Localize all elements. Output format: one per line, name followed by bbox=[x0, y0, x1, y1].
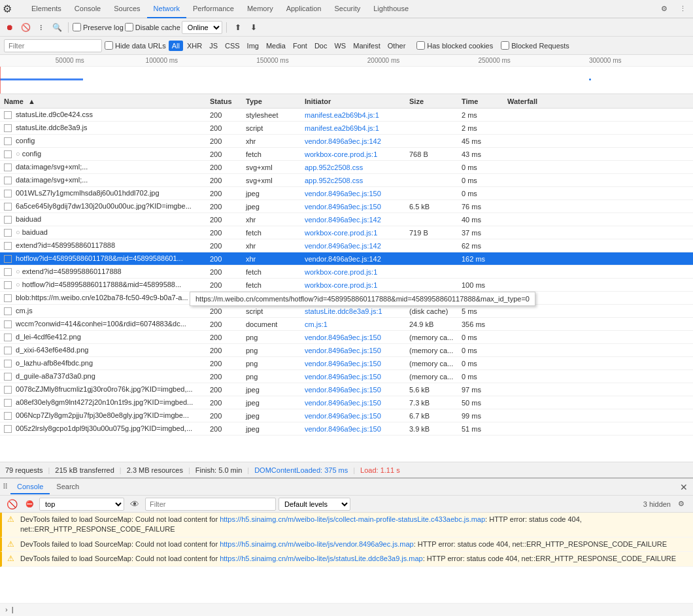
header-status[interactable]: Status bbox=[206, 97, 242, 105]
bottom-drag-handle[interactable]: ⠿ bbox=[3, 483, 8, 491]
disable-cache-label: Disable cache bbox=[125, 23, 180, 31]
table-row[interactable]: d_guile-a8a737d3a0.png 200 png vendor.84… bbox=[0, 370, 693, 383]
header-time[interactable]: Time bbox=[458, 97, 503, 105]
more-options-icon[interactable]: ⋮ bbox=[675, 1, 690, 17]
tab-performance[interactable]: Performance bbox=[186, 0, 241, 18]
source-map-link[interactable]: https://h5.sinaimg.cn/m/weibo-lite/js/st… bbox=[220, 555, 423, 562]
context-select[interactable]: top bbox=[39, 498, 124, 511]
filter-type-img[interactable]: Img bbox=[244, 41, 262, 51]
row-size: (memory ca... bbox=[405, 360, 458, 368]
row-size: 6.5 kB bbox=[405, 203, 458, 211]
console-clear-button[interactable]: 🚫 bbox=[4, 496, 20, 512]
export-har-button[interactable]: ⬇ bbox=[246, 20, 261, 35]
row-initiator: vendor.8496a9ec.js:150 bbox=[301, 190, 405, 197]
table-row[interactable]: o_lazhu-afb8e4fbdc.png 200 png vendor.84… bbox=[0, 357, 693, 370]
bottom-close-button[interactable]: ✕ bbox=[677, 482, 690, 492]
filter-type-css[interactable]: CSS bbox=[222, 41, 243, 51]
filter-input[interactable] bbox=[4, 39, 102, 52]
table-row[interactable]: a08ef30ely8gm9lnt4272j20n10n1t9s.jpg?KID… bbox=[0, 396, 693, 409]
filter-type-manifest[interactable]: Manifest bbox=[350, 41, 384, 51]
table-row[interactable]: wccm?conwid=414&conhei=100&rdid=6074883&… bbox=[0, 318, 693, 331]
table-scroll-area[interactable]: statusLite.d9c0e424.css 200 stylesheet m… bbox=[0, 109, 693, 462]
table-row[interactable]: ○extend?id=4589958860117888 200 fetch wo… bbox=[0, 265, 693, 279]
search-button[interactable]: 🔍 bbox=[50, 20, 64, 35]
disable-cache-checkbox[interactable] bbox=[125, 23, 133, 31]
filter-type-font[interactable]: Font bbox=[290, 41, 311, 51]
hide-data-urls-checkbox[interactable] bbox=[105, 41, 113, 50]
has-blocked-cookies-checkbox[interactable] bbox=[416, 41, 425, 50]
tab-elements[interactable]: Elements bbox=[25, 0, 68, 18]
filter-type-doc[interactable]: Doc bbox=[311, 41, 331, 51]
table-row[interactable]: cm.js 200 script statusLite.ddc8e3a9.js:… bbox=[0, 305, 693, 318]
tab-lighthouse[interactable]: Lighthouse bbox=[367, 0, 415, 18]
table-row[interactable]: 001WLsZ7ly1gmcmlhsda8j60u01hddl702.jpg 2… bbox=[0, 187, 693, 200]
tab-sources[interactable]: Sources bbox=[107, 0, 146, 18]
row-time: 0 ms bbox=[458, 360, 503, 368]
filter-type-js[interactable]: JS bbox=[206, 41, 221, 51]
table-row[interactable]: statusLite.d9c0e424.css 200 stylesheet m… bbox=[0, 109, 693, 122]
table-row[interactable]: ○baiduad 200 fetch workbox-core.prod.js:… bbox=[0, 226, 693, 239]
table-row[interactable]: extend?id=4589958860117888 200 xhr vendo… bbox=[0, 239, 693, 252]
filter-type-media[interactable]: Media bbox=[263, 41, 289, 51]
table-row[interactable]: 006Ncp7Zly8gm2pjju7fpj30e80e8gly.jpg?KID… bbox=[0, 409, 693, 422]
table-row[interactable]: 005z2lrsly8gcpo1dpl9tj30u00u075g.jpg?KID… bbox=[0, 422, 693, 436]
tab-application[interactable]: Application bbox=[280, 0, 328, 18]
header-size[interactable]: Size bbox=[405, 97, 458, 105]
separator2 bbox=[226, 22, 227, 33]
table-row[interactable]: config 200 xhr vendor.8496a9ec.js:142 45… bbox=[0, 135, 693, 148]
row-type: fetch bbox=[242, 229, 301, 237]
console-filter-input[interactable] bbox=[145, 498, 276, 511]
table-row[interactable]: d_xixi-643ef6e48d.png 200 png vendor.849… bbox=[0, 344, 693, 357]
table-row[interactable]: baiduad 200 xhr vendor.8496a9ec.js:142 4… bbox=[0, 213, 693, 226]
show-live-button[interactable]: 👁 bbox=[127, 496, 143, 512]
table-row[interactable]: d_lei-4cdf6e412.png 200 png vendor.8496a… bbox=[0, 331, 693, 344]
table-row[interactable]: statusLite.ddc8e3a9.js 200 script manife… bbox=[0, 122, 693, 135]
source-map-link[interactable]: https://h5.sinaimg.cn/m/weibo-lite/js/ve… bbox=[220, 540, 414, 548]
console-settings-icon[interactable]: ⚙ bbox=[673, 496, 689, 512]
filter-type-xhr[interactable]: XHR bbox=[184, 41, 205, 51]
clear-button[interactable]: 🚫 bbox=[18, 20, 33, 35]
filter-type-ws[interactable]: WS bbox=[331, 41, 349, 51]
bottom-tab-console[interactable]: Console bbox=[10, 480, 50, 494]
throttle-select[interactable]: Online bbox=[182, 21, 222, 34]
filter-button[interactable]: ⫶ bbox=[34, 20, 48, 35]
tab-security[interactable]: Security bbox=[328, 0, 367, 18]
row-size: 3.9 kB bbox=[405, 425, 458, 433]
tab-memory[interactable]: Memory bbox=[241, 0, 280, 18]
row-initiator: vendor.8496a9ec.js:150 bbox=[301, 425, 405, 433]
table-row[interactable]: 0078cZJMly8frucmliz1gj30ro0ro76k.jpg?KID… bbox=[0, 383, 693, 396]
settings-icon[interactable]: ⚙ bbox=[656, 1, 672, 17]
row-type: xhr bbox=[242, 242, 301, 250]
bottom-tab-search[interactable]: Search bbox=[50, 480, 86, 494]
header-name[interactable]: Name ▲ bbox=[0, 97, 206, 105]
load-time[interactable]: Load: 1.11 s bbox=[360, 466, 400, 474]
dom-content-loaded[interactable]: DOMContentLoaded: 375 ms bbox=[254, 466, 348, 474]
header-type[interactable]: Type bbox=[242, 97, 301, 105]
table-row[interactable]: data:image/svg+xml;... 200 svg+xml app.9… bbox=[0, 174, 693, 187]
table-row[interactable]: 6a5ce645ly8gdij7dw130j20u00u00uc.jpg?KID… bbox=[0, 200, 693, 213]
row-initiator: vendor.8496a9ec.js:150 bbox=[301, 360, 405, 368]
table-row[interactable]: hotflow?id=458995886011788&mid=458995886… bbox=[0, 252, 693, 265]
tab-console[interactable]: Console bbox=[68, 0, 107, 18]
table-row[interactable]: data:image/svg+xml;... 200 svg+xml app.9… bbox=[0, 161, 693, 174]
header-waterfall[interactable]: Waterfall bbox=[503, 97, 685, 105]
console-top-frame-button[interactable]: ⛔ bbox=[22, 497, 37, 511]
console-area[interactable]: ⚠ DevTools failed to load SourceMap: Cou… bbox=[0, 513, 693, 603]
source-map-link[interactable]: https://h5.sinaimg.cn/m/weibo-lite/js/co… bbox=[220, 515, 485, 523]
row-status: 200 bbox=[206, 203, 242, 211]
timeline-area[interactable]: 50000 ms 100000 ms 150000 ms 200000 ms 2… bbox=[0, 55, 693, 94]
blocked-requests-checkbox[interactable] bbox=[501, 41, 509, 50]
log-level-select[interactable]: Default levels bbox=[279, 498, 350, 511]
table-row[interactable]: ○hotflow?id=4589958860117888&mid=4589958… bbox=[0, 279, 693, 292]
header-initiator[interactable]: Initiator bbox=[301, 97, 405, 105]
row-time: 40 ms bbox=[458, 216, 503, 224]
status-bar: 79 requests | 215 kB transferred | 2.3 M… bbox=[0, 462, 693, 477]
filter-type-all[interactable]: All bbox=[169, 41, 183, 51]
table-row[interactable]: ○config 200 fetch workbox-core.prod.js:1… bbox=[0, 148, 693, 161]
filter-type-other[interactable]: Other bbox=[384, 41, 409, 51]
tab-network[interactable]: Network bbox=[147, 0, 186, 18]
preserve-log-checkbox[interactable] bbox=[73, 23, 81, 31]
record-button[interactable]: ⏺ bbox=[3, 20, 17, 35]
import-har-button[interactable]: ⬆ bbox=[231, 20, 245, 35]
warning-icon: ⚠ bbox=[7, 539, 16, 549]
